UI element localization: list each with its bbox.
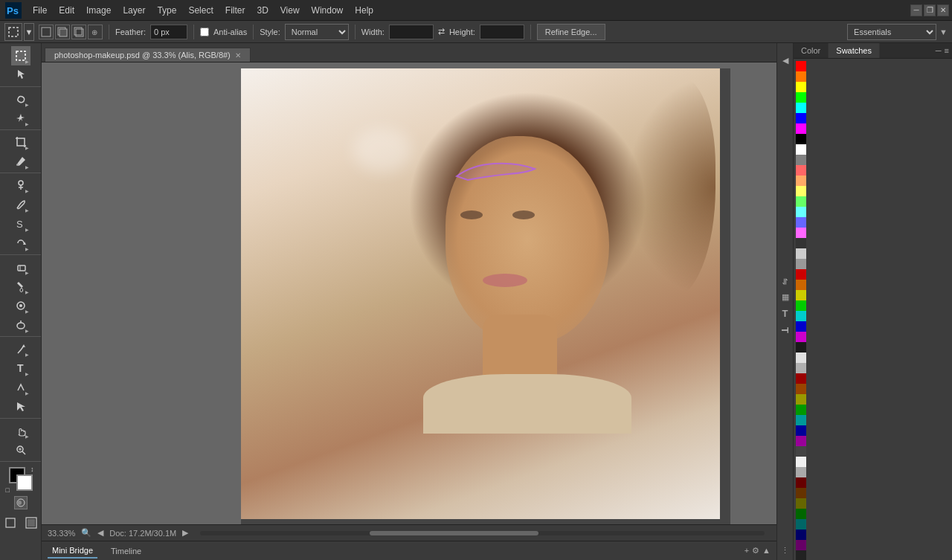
swatch-23[interactable] [796, 300, 806, 311]
menu-select[interactable]: Select [182, 2, 219, 19]
essentials-select[interactable]: Essentials [847, 24, 936, 40]
dodge-tool[interactable]: ▶ [11, 315, 30, 335]
swatch-37[interactable] [796, 446, 806, 457]
swatch-27[interactable] [796, 342, 806, 353]
swatch-38[interactable] [796, 457, 806, 467]
menu-window[interactable]: Window [306, 2, 350, 19]
nav-prev-button[interactable]: ◀ [97, 528, 103, 538]
swatch-22[interactable] [796, 290, 806, 300]
swatch-10[interactable] [796, 165, 806, 176]
swatch-36[interactable] [796, 436, 806, 446]
rect-add[interactable] [39, 25, 54, 39]
panel-actions-bottom[interactable]: ⋮ [779, 544, 792, 557]
swatch-5[interactable] [796, 113, 806, 123]
healing-brush-tool[interactable]: ▶ [11, 176, 30, 195]
height-input[interactable] [480, 25, 524, 39]
expand-icon[interactable]: ▲ [762, 546, 771, 556]
rect-subtract[interactable] [55, 25, 70, 39]
swatch-46[interactable] [796, 540, 806, 550]
clone-stamp-tool[interactable]: S ▶ [11, 214, 30, 234]
swatch-7[interactable] [796, 134, 806, 144]
swatch-24[interactable] [796, 311, 806, 321]
minimize-button[interactable]: ─ [910, 4, 922, 16]
eraser-tool[interactable]: ▶ [11, 257, 30, 277]
style-select[interactable]: Normal Fixed Ratio Fixed Size [285, 24, 349, 40]
swatch-40[interactable] [796, 477, 806, 488]
swatch-12[interactable] [796, 186, 806, 196]
antialias-checkbox[interactable] [200, 28, 209, 36]
swatch-18[interactable] [796, 248, 806, 259]
horizontal-scrollbar[interactable] [241, 519, 730, 524]
swatch-2[interactable] [796, 82, 806, 92]
swatch-26[interactable] [796, 332, 806, 342]
lasso-tool[interactable]: ▶ [11, 89, 30, 109]
rect-exclude[interactable]: ⊕ [88, 25, 103, 39]
timeline-tab[interactable]: Timeline [106, 544, 146, 558]
swatch-11[interactable] [796, 176, 806, 186]
swatch-33[interactable] [796, 405, 806, 415]
swatch-13[interactable] [796, 196, 806, 207]
marquee-tool[interactable]: ▶ [11, 46, 30, 65]
menu-help[interactable]: Help [349, 2, 379, 19]
magic-wand-tool[interactable]: ▶ [11, 109, 30, 128]
swatch-0[interactable] [796, 61, 806, 71]
swatch-41[interactable] [796, 488, 806, 498]
eyedropper-tool[interactable]: ▶ [11, 152, 30, 171]
path-selection-tool[interactable]: ▶ [11, 378, 30, 397]
swatch-3[interactable] [796, 92, 806, 103]
swatch-14[interactable] [796, 207, 806, 217]
type-tool-icon2[interactable]: T [779, 307, 792, 321]
marquee-options-arrow[interactable]: ▼ [24, 23, 34, 41]
swatch-9[interactable] [796, 155, 806, 165]
swatch-47[interactable] [796, 550, 806, 560]
menu-image[interactable]: Image [80, 2, 117, 19]
background-color[interactable] [16, 474, 33, 491]
zoom-indicator[interactable]: 🔍 [81, 528, 91, 538]
menu-layer[interactable]: Layer [117, 2, 151, 19]
default-colors[interactable]: □ [6, 486, 10, 494]
collapse-panels-icon[interactable]: ◀ [779, 54, 792, 67]
swatch-6[interactable] [796, 123, 806, 134]
text-tool[interactable]: T ▶ [11, 358, 30, 378]
marquee-tool-options[interactable] [4, 23, 22, 41]
scroll-position[interactable] [200, 531, 765, 535]
feather-input[interactable] [150, 25, 187, 39]
width-input[interactable] [389, 25, 434, 39]
menu-3d[interactable]: 3D [251, 2, 274, 19]
swatch-29[interactable] [796, 363, 806, 373]
canvas-wrapper[interactable] [42, 62, 776, 524]
settings-icon[interactable]: ⚙ [752, 546, 759, 556]
tab-close-button[interactable]: ✕ [235, 51, 241, 59]
swatch-42[interactable] [796, 498, 806, 509]
swatch-30[interactable] [796, 373, 806, 384]
paint-bucket-tool[interactable]: ▶ [11, 277, 30, 296]
refine-edge-button[interactable]: Refine Edge... [537, 24, 605, 40]
swatch-31[interactable] [796, 384, 806, 394]
swatch-8[interactable] [796, 144, 806, 155]
swatch-17[interactable] [796, 238, 806, 248]
zoom-tool[interactable] [11, 440, 30, 460]
add-icon[interactable]: + [744, 546, 749, 556]
swatch-34[interactable] [796, 415, 806, 425]
text-vertical-icon[interactable]: T [779, 324, 792, 337]
panel-minimize[interactable]: ─ [936, 46, 942, 55]
nav-next-button[interactable]: ▶ [182, 528, 188, 538]
swatch-1[interactable] [796, 71, 806, 82]
blur-tool[interactable]: ▶ [11, 296, 30, 315]
panel-layout-icon[interactable]: ▦ [779, 291, 792, 304]
menu-edit[interactable]: Edit [53, 2, 80, 19]
swatch-35[interactable] [796, 425, 806, 436]
vertical-scrollbar[interactable] [720, 68, 730, 524]
screen-mode-standard[interactable] [1, 513, 20, 532]
swatch-4[interactable] [796, 103, 806, 113]
swatch-16[interactable] [796, 228, 806, 238]
swatch-39[interactable] [796, 467, 806, 477]
minibridge-tab[interactable]: Mini Bridge [48, 544, 97, 559]
swatch-20[interactable] [796, 269, 806, 280]
brush-tool[interactable]: ▶ [11, 195, 30, 214]
swatch-15[interactable] [796, 217, 806, 228]
close-button[interactable]: ✕ [937, 4, 949, 16]
swatch-32[interactable] [796, 394, 806, 405]
swatch-28[interactable] [796, 353, 806, 363]
panel-actions-top[interactable]: ⇋ [779, 274, 792, 288]
